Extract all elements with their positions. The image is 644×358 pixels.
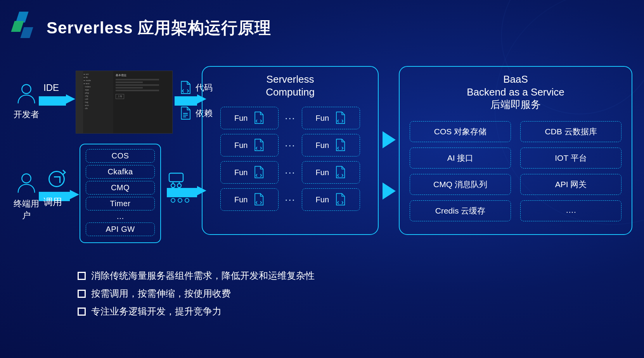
arrow-to-baas-1 [383,131,396,148]
baas-service-item: …. [520,200,621,221]
function-label: Fun [316,114,329,123]
function-label: Fun [234,195,248,204]
bullet-item: 专注业务逻辑开发，提升竞争力 [78,305,315,318]
ellipsis: ··· [285,194,296,206]
function-label: Fun [234,168,248,177]
bullet-list: 消除传统海量服务器组件需求，降低开发和运维复杂性 按需调用，按需伸缩，按使用收费… [78,264,315,323]
user-icon [14,171,38,195]
slide-logo [10,12,38,40]
arrow-to-computing-top [175,96,197,106]
function-cell: Fun [302,134,360,156]
svg-point-0 [22,85,31,94]
baas-title: BaaS Backend as a Service 后端即服务 [410,73,621,111]
baas-service-item: API 网关 [520,174,621,195]
arrow-ide [39,96,66,106]
slide-title: Serverless 应用架构运行原理 [47,17,271,39]
user-icon [14,82,38,106]
svg-rect-2 [169,173,183,182]
trigger-item: API GW [86,222,155,236]
clock-icon [48,171,65,187]
ellipsis: ··· [285,167,296,179]
baas-service-item: CMQ 消息队列 [410,174,511,195]
function-cell: Fun [302,188,360,211]
trigger-item: CMQ [86,181,155,195]
function-row: Fun···Fun [213,188,368,211]
bullet-item: 消除传统海量服务器组件需求，降低开发和运维复杂性 [78,269,315,282]
function-label: Fun [234,141,248,150]
baas-service-item: COS 对象存储 [410,121,511,142]
function-grid: Fun···FunFun···FunFun···FunFun···Fun [213,107,368,211]
arrow-ide-label: IDE [43,82,59,93]
function-cell: Fun [302,161,360,184]
function-label: Fun [316,195,329,204]
baas-service-item: Credis 云缓存 [410,200,511,221]
function-cell: Fun [220,161,279,184]
trigger-item: Ckafka [86,165,155,179]
baas-panel: BaaS Backend as a Service 后端即服务 COS 对象存储… [399,66,632,235]
trigger-more: … [116,212,124,221]
baas-service-item: CDB 云数据库 [520,121,621,142]
bullet-item: 按需调用，按需伸缩，按使用收费 [78,287,315,300]
trigger-item: COS [86,149,155,163]
actor-end-user-label: 终端用 户 [7,198,46,221]
baas-service-item: AI 接口 [410,148,511,169]
function-cell: Fun [220,134,279,156]
gateway-icon [167,171,185,189]
actor-developer-label: 开发者 [7,109,46,120]
arrow-to-computing-bottom [167,188,197,197]
baas-grid: COS 对象存储CDB 云数据库AI 接口IOT 平台CMQ 消息队列API 网… [410,121,621,221]
function-cell: Fun [220,107,279,129]
arrow-invoke-label: 调用 [43,196,62,208]
ellipsis: ··· [285,112,296,124]
svg-point-1 [22,174,31,183]
trigger-item: Timer [86,197,155,210]
function-row: Fun···Fun [213,161,368,184]
arrow-invoke-head [70,190,79,199]
computing-title: Serverless Computing [213,73,368,98]
function-row: Fun···Fun [213,107,368,129]
chain-icon [171,198,189,203]
serverless-computing-panel: Serverless Computing Fun···FunFun···FunF… [202,66,379,235]
function-row: Fun···Fun [213,134,368,156]
trigger-sources-panel: COS Ckafka CMQ Timer … API GW [80,144,161,243]
svg-point-4 [177,184,181,188]
function-label: Fun [316,168,329,177]
function-cell: Fun [302,107,360,129]
arrow-ide-head [66,94,75,104]
baas-service-item: IOT 平台 [520,148,621,169]
function-label: Fun [316,141,329,150]
function-label: Fun [234,114,248,123]
function-cell: Fun [220,188,279,211]
arrow-to-baas-2 [383,182,396,200]
ellipsis: ··· [285,139,296,151]
svg-point-3 [171,184,175,188]
ide-screenshot: ▸ src▸ lib▸ node▸ test · index· app· pkg… [76,71,173,134]
